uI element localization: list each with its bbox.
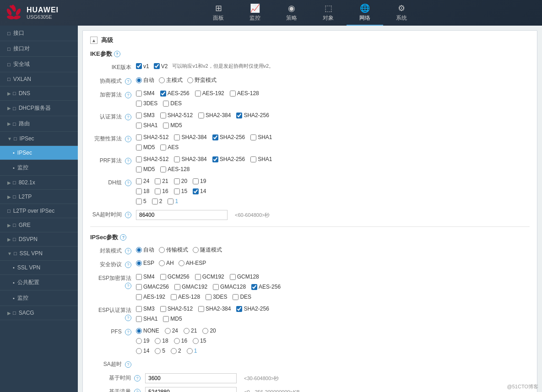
security-ah-esp-radio[interactable]: AH-ESP	[179, 260, 206, 266]
dh-20[interactable]: 20	[174, 178, 187, 184]
security-ah-esp-input[interactable]	[179, 260, 184, 266]
encrypt-3des-cb[interactable]	[136, 101, 142, 107]
esp-gcm256-cb[interactable]	[160, 274, 166, 280]
sa-time-input[interactable]	[145, 373, 237, 383]
integ-sha512-cb[interactable]	[136, 134, 142, 140]
ipsec-sa-help-icon[interactable]: ?	[125, 361, 131, 368]
sa-time-help-icon[interactable]: ?	[134, 375, 141, 381]
auth-sm3-cb[interactable]	[136, 113, 142, 118]
ipsec-params-help-icon[interactable]: ?	[120, 234, 126, 241]
encrypt-sm4-cb[interactable]	[136, 91, 142, 97]
encrypt-aes256-cb[interactable]	[160, 91, 166, 97]
dh-5[interactable]: 5	[136, 198, 146, 204]
dh-19-cb[interactable]	[193, 178, 199, 184]
sidebar-item-l2tp-ipsec[interactable]: □ L2TP over IPSec	[0, 204, 78, 218]
security-protocol-help-icon[interactable]: ?	[125, 262, 131, 268]
security-esp-input[interactable]	[136, 260, 142, 266]
prf-sha384[interactable]: SHA2-384	[174, 156, 206, 162]
prf-sha1[interactable]: SHA1	[250, 156, 272, 162]
esp-aes128[interactable]: AES-128	[171, 294, 200, 300]
sidebar-item-security-zone[interactable]: □ 安全域	[0, 57, 78, 72]
dh-2-cb[interactable]	[152, 199, 158, 204]
auth-sha1[interactable]: SHA1	[136, 122, 157, 129]
dh-18-cb[interactable]	[136, 188, 142, 194]
esp-sm4-cb[interactable]	[136, 274, 142, 280]
dh-24[interactable]: 24	[136, 178, 149, 184]
esp-auth-sm3-cb[interactable]	[136, 306, 142, 312]
sidebar-item-dns[interactable]: ▶ □ DNS	[0, 86, 78, 101]
esp-auth-sha256-cb[interactable]	[236, 306, 242, 312]
ike-params-help-icon[interactable]: ?	[114, 51, 120, 57]
pfs-20-radio[interactable]: 20	[202, 328, 216, 334]
esp-auth-sha384-cb[interactable]	[198, 306, 204, 312]
auth-sha256-cb[interactable]	[236, 113, 242, 118]
sidebar-item-l2tp[interactable]: ▶ □ L2TP	[0, 190, 78, 204]
pfs-14-radio[interactable]: 14	[136, 348, 149, 354]
sidebar-item-sacg[interactable]: ▶ □ SACG	[0, 306, 78, 320]
advanced-collapse-btn[interactable]: ▲	[90, 37, 98, 44]
dh-16[interactable]: 16	[155, 188, 168, 194]
integ-sha512[interactable]: SHA2-512	[136, 134, 168, 140]
esp-auth-sm3[interactable]: SM3	[136, 306, 155, 312]
dh-15-cb[interactable]	[174, 188, 180, 194]
sa-flow-input[interactable]	[145, 387, 237, 392]
encrypt-aes192-cb[interactable]	[195, 91, 201, 97]
pfs-5-radio[interactable]: 5	[155, 348, 165, 354]
prf-sha512-cb[interactable]	[136, 156, 142, 162]
negotiate-main-radio[interactable]: 主模式	[159, 76, 183, 84]
pfs-2-input[interactable]	[171, 348, 177, 354]
encrypt-aes128[interactable]: AES-128	[230, 90, 259, 97]
sidebar-item-interface[interactable]: □ 接口	[0, 26, 78, 41]
integ-sha384[interactable]: SHA2-384	[174, 134, 206, 140]
pfs-24-radio[interactable]: 24	[165, 328, 178, 334]
encap-transport-input[interactable]	[159, 247, 165, 253]
encrypt-aes128-cb[interactable]	[230, 91, 236, 97]
esp-auth-md5-cb[interactable]	[163, 316, 169, 322]
esp-gmac256-cb[interactable]	[136, 284, 142, 290]
negotiate-auto-input[interactable]	[136, 77, 142, 83]
pfs-16-radio[interactable]: 16	[174, 338, 187, 344]
encrypt-sm4[interactable]: SM4	[136, 90, 155, 97]
integ-sha256-cb[interactable]	[212, 134, 218, 140]
pfs-16-input[interactable]	[174, 338, 180, 344]
pfs-none-input[interactable]	[136, 328, 142, 334]
auth-sha512[interactable]: SHA2-512	[160, 112, 193, 118]
sidebar-item-ipsec-parent[interactable]: ▼ □ IPSec	[0, 132, 78, 146]
sidebar-item-dsvpn[interactable]: ▶ □ DSVPN	[0, 232, 78, 247]
sidebar-item-ipsec[interactable]: • IPSec	[0, 146, 78, 160]
dh-2[interactable]: 2	[152, 198, 163, 204]
pfs-2-radio[interactable]: 2	[171, 348, 181, 354]
security-esp-radio[interactable]: ESP	[136, 260, 154, 266]
prf-sha384-cb[interactable]	[174, 156, 180, 162]
nav-tab-panel[interactable]: ⊞ 面板	[200, 0, 237, 26]
nav-tab-monitor[interactable]: 📈 监控	[237, 0, 273, 26]
integ-sha384-cb[interactable]	[174, 134, 180, 140]
sa-flow-help-icon[interactable]: ?	[134, 389, 141, 392]
dh-19[interactable]: 19	[193, 178, 206, 184]
esp-enc-help-icon[interactable]: ?	[125, 283, 131, 289]
esp-gmac192[interactable]: GMAC192	[174, 284, 207, 290]
security-ah-input[interactable]	[159, 260, 165, 266]
dh-15[interactable]: 15	[174, 188, 187, 194]
pfs-21-input[interactable]	[184, 328, 190, 334]
integ-sha1[interactable]: SHA1	[250, 134, 272, 140]
sidebar-item-interface-pair[interactable]: □ 接口对	[0, 41, 78, 57]
pfs-14-input[interactable]	[136, 348, 142, 354]
prf-help-icon[interactable]: ?	[125, 158, 131, 164]
encap-help-icon[interactable]: ?	[125, 248, 131, 254]
prf-md5-cb[interactable]	[136, 166, 142, 172]
pfs-20-input[interactable]	[202, 328, 208, 334]
ike-v2-checkbox-group[interactable]: V2	[154, 63, 168, 70]
encap-auto-input[interactable]	[136, 247, 142, 253]
ike-v1-checkbox[interactable]	[136, 63, 142, 69]
esp-auth-sha1[interactable]: SHA1	[136, 316, 157, 322]
pfs-15-input[interactable]	[193, 338, 199, 344]
sidebar-item-route[interactable]: ▶ □ 路由	[0, 116, 78, 132]
dh-21[interactable]: 21	[155, 178, 168, 184]
esp-gmac192-cb[interactable]	[174, 284, 180, 290]
esp-auth-help-icon[interactable]: ?	[125, 315, 131, 321]
esp-gcm192-cb[interactable]	[195, 274, 201, 280]
negotiate-wild-radio[interactable]: 野蛮模式	[187, 76, 217, 84]
pfs-24-input[interactable]	[165, 328, 171, 334]
dh-5-cb[interactable]	[136, 199, 142, 204]
